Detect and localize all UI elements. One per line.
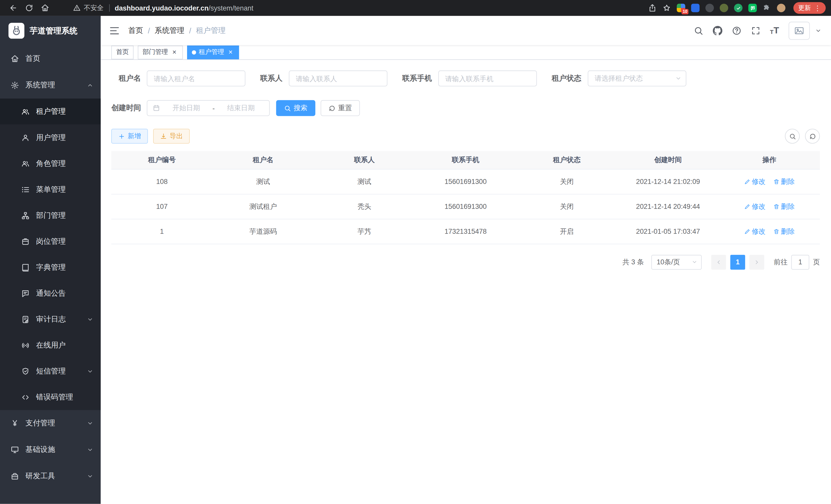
table-toolbar-right <box>785 129 820 144</box>
sidebar-item-user[interactable]: 用户管理 <box>0 125 101 151</box>
sidebar-item-dict[interactable]: 字典管理 <box>0 254 101 280</box>
browser-avatar[interactable] <box>777 4 785 12</box>
search-button[interactable]: 搜索 <box>276 100 316 116</box>
extension-icon-grid[interactable]: 10 <box>677 4 685 12</box>
sidebar-item-dept[interactable]: 部门管理 <box>0 202 101 228</box>
reload-icon[interactable] <box>25 4 33 12</box>
sidebar-item-online-users[interactable]: 在线用户 <box>0 332 101 358</box>
col-header-status: 租户状态 <box>516 151 618 169</box>
filter-row-2: 创建时间 开始日期 - 结束日期 搜索 重置 <box>111 100 820 116</box>
table-header-row: 租户编号 租户名 联系人 联系手机 租户状态 创建时间 操作 <box>111 151 820 169</box>
edit-link[interactable]: 修改 <box>744 202 766 211</box>
edit-link[interactable]: 修改 <box>744 227 766 236</box>
sidebar-item-label: 短信管理 <box>36 366 66 376</box>
sidebar-item-system[interactable]: 系统管理 <box>0 72 101 99</box>
refresh-icon <box>809 133 816 140</box>
toggle-search-button[interactable] <box>785 129 800 144</box>
extension-icon-blue[interactable] <box>691 4 700 12</box>
refresh-table-button[interactable] <box>805 129 820 144</box>
next-page-button[interactable] <box>749 255 764 269</box>
sidebar-item-role[interactable]: 角色管理 <box>0 151 101 176</box>
prev-page-button[interactable] <box>711 255 726 269</box>
cell-contact: 秃头 <box>314 194 415 219</box>
bookmark-star-icon[interactable] <box>662 4 671 12</box>
browser-menu-icon[interactable]: ⋮ <box>814 5 821 11</box>
delete-link[interactable]: 删除 <box>773 227 795 236</box>
help-icon[interactable] <box>732 26 741 35</box>
close-icon[interactable]: × <box>171 49 178 56</box>
tag-dept[interactable]: 部门管理 × <box>138 45 183 59</box>
export-button[interactable]: 导出 <box>153 129 190 144</box>
tag-label: 部门管理 <box>143 48 168 57</box>
edit-link[interactable]: 修改 <box>744 177 766 186</box>
extension-icon-chat[interactable] <box>748 4 757 12</box>
breadcrumb-system[interactable]: 系统管理 <box>155 26 184 35</box>
sidebar-item-post[interactable]: 岗位管理 <box>0 228 101 254</box>
app-logo-row[interactable]: 芋道管理系统 <box>0 16 101 46</box>
tenant-name-input[interactable] <box>147 70 246 86</box>
address-bar[interactable]: dashboard.yudao.iocoder.cn/system/tenant <box>115 4 253 12</box>
download-icon <box>160 133 167 140</box>
back-icon[interactable] <box>9 4 18 12</box>
sidebar-item-devtools[interactable]: 研发工具 <box>0 463 101 490</box>
extension-icon-olive[interactable] <box>720 4 728 12</box>
sidebar-item-tenant[interactable]: 租户管理 <box>0 99 101 125</box>
search-icon <box>789 133 796 140</box>
breadcrumb: 首页 / 系统管理 / 租户管理 <box>128 26 226 35</box>
reset-button[interactable]: 重置 <box>321 100 360 116</box>
col-header-contact: 联系人 <box>314 151 415 169</box>
sidebar-item-label: 研发工具 <box>25 472 55 481</box>
sidebar-item-error-code[interactable]: 错误码管理 <box>0 384 101 410</box>
chevron-down-icon[interactable] <box>815 27 822 34</box>
github-icon[interactable] <box>713 26 722 35</box>
extensions-puzzle-icon[interactable] <box>763 4 771 12</box>
update-button[interactable]: 更新 ⋮ <box>794 2 826 13</box>
total-count: 共 3 条 <box>622 257 644 267</box>
start-date-placeholder: 开始日期 <box>163 103 209 113</box>
pagination: 共 3 条 10条/页 1 前往 页 <box>111 255 820 269</box>
extension-icon-green-check[interactable] <box>734 4 743 12</box>
trash-icon <box>773 203 779 210</box>
sidebar-item-label: 审计日志 <box>36 315 66 324</box>
tag-tenant[interactable]: 租户管理 × <box>187 45 239 59</box>
home-icon[interactable] <box>41 4 49 12</box>
page-size-select[interactable]: 10条/页 <box>651 255 702 269</box>
goto-page-input[interactable] <box>791 255 809 269</box>
contact-input[interactable] <box>289 70 388 86</box>
sidebar-item-payment[interactable]: 支付管理 <box>0 410 101 437</box>
chevron-right-icon <box>754 259 760 265</box>
status-select[interactable]: 请选择租户状态 <box>588 70 686 86</box>
close-icon[interactable]: × <box>227 49 234 56</box>
fullscreen-icon[interactable] <box>751 26 760 35</box>
avatar[interactable] <box>789 22 810 39</box>
sidebar-item-home[interactable]: 首页 <box>0 46 101 72</box>
status-label: 租户状态 <box>552 74 581 83</box>
delete-link[interactable]: 删除 <box>773 177 795 186</box>
share-icon[interactable] <box>648 4 657 12</box>
font-size-icon[interactable]: TT <box>770 26 779 35</box>
search-icon[interactable] <box>694 26 703 35</box>
sidebar-item-label: 错误码管理 <box>36 392 73 402</box>
delete-link[interactable]: 删除 <box>773 202 795 211</box>
page-number-1[interactable]: 1 <box>730 255 745 269</box>
mobile-input[interactable] <box>438 70 537 86</box>
sidebar-item-notice[interactable]: 通知公告 <box>0 280 101 306</box>
sidebar-item-audit-log[interactable]: 审计日志 <box>0 306 101 332</box>
sidebar-item-label: 租户管理 <box>36 107 66 116</box>
sidebar-item-menu[interactable]: 菜单管理 <box>0 176 101 202</box>
breadcrumb-home[interactable]: 首页 <box>128 26 143 35</box>
extension-icon-dark[interactable] <box>705 4 714 12</box>
cell-status: 关闭 <box>516 169 618 194</box>
add-button[interactable]: 新增 <box>111 129 148 144</box>
sidebar-item-label: 角色管理 <box>36 159 66 168</box>
sidebar-collapse-button[interactable] <box>101 16 128 45</box>
hamburger-icon <box>109 25 120 36</box>
tag-home[interactable]: 首页 <box>111 45 134 59</box>
date-range-picker[interactable]: 开始日期 - 结束日期 <box>147 100 270 116</box>
cell-mobile: 15601691300 <box>415 194 516 219</box>
cell-created: 2021-12-14 20:49:44 <box>618 194 719 219</box>
sidebar-item-sms[interactable]: 短信管理 <box>0 358 101 384</box>
site-security-button[interactable]: 不安全 <box>73 3 104 12</box>
col-header-name: 租户名 <box>212 151 314 169</box>
sidebar-item-infra[interactable]: 基础设施 <box>0 437 101 463</box>
